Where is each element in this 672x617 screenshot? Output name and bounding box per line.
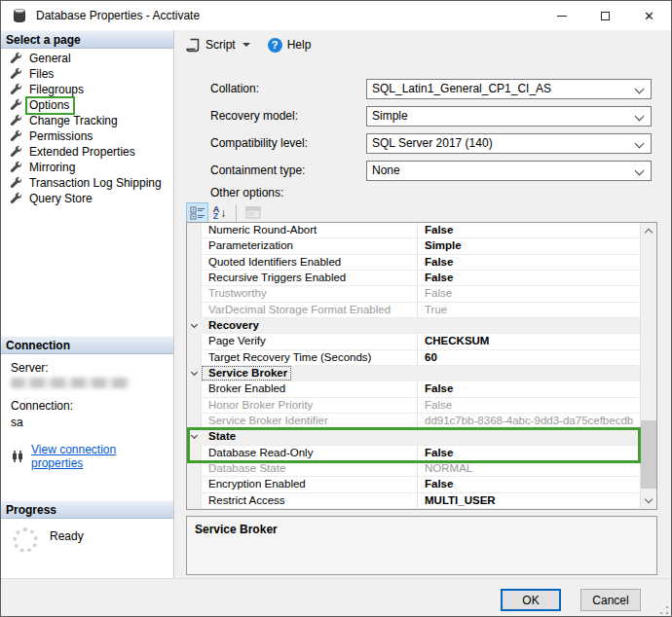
grid-row-numeric-round-abort[interactable]: Numeric Round-AbortFalse	[187, 223, 640, 238]
database-icon	[12, 8, 27, 23]
progress-status: Ready	[50, 529, 84, 543]
grid-row-target-recovery-time-seconds[interactable]: Target Recovery Time (Seconds)60	[187, 350, 640, 366]
compatibility-level-dropdown[interactable]: SQL Server 2017 (140)	[366, 133, 652, 154]
scroll-down-arrow-icon[interactable]	[641, 492, 656, 509]
wrench-icon	[10, 53, 22, 65]
connection-panel: Server: Connection: sa View connection p…	[1, 355, 173, 470]
sidebar-item-label: Query Store	[27, 192, 94, 205]
wrench-icon	[10, 146, 22, 159]
property-value[interactable]: False	[418, 223, 640, 237]
recovery-model-dropdown[interactable]: Simple	[366, 106, 652, 127]
grid-row-service-broker-identifier[interactable]: Service Broker Identifierdd91c7bb-8368-4…	[187, 414, 640, 429]
help-button[interactable]: ? Help	[262, 33, 317, 56]
sidebar-item-label: Extended Properties	[27, 145, 137, 159]
grid-row-restrict-access[interactable]: Restrict AccessMULTI_USER	[187, 493, 640, 509]
property-value[interactable]: Simple	[418, 238, 640, 253]
minimize-icon	[557, 16, 567, 17]
property-name: Parameterization	[202, 238, 418, 253]
grid-rows: Numeric Round-AbortFalseParameterization…	[187, 223, 640, 509]
chevron-down-icon	[635, 166, 645, 176]
resize-grip[interactable]	[660, 606, 668, 614]
row-gutter	[187, 271, 202, 285]
sidebar-item-extended-properties[interactable]: Extended Properties	[1, 144, 173, 160]
property-value[interactable]: False	[418, 381, 640, 396]
sidebar-item-permissions[interactable]: Permissions	[1, 128, 173, 144]
page-list: GeneralFilesFilegroupsOptionsChange Trac…	[1, 51, 173, 206]
grid-category-state[interactable]: State	[187, 429, 640, 445]
property-name: Service Broker Identifier	[202, 414, 418, 428]
grid-category-recovery[interactable]: Recovery	[187, 318, 640, 334]
property-value[interactable]: 60	[418, 350, 640, 365]
sidebar-item-general[interactable]: General	[1, 51, 173, 66]
property-value[interactable]: False	[418, 446, 640, 460]
sidebar-item-mirroring[interactable]: Mirroring	[1, 160, 173, 175]
containment-type-dropdown[interactable]: None	[366, 161, 652, 181]
sidebar-item-files[interactable]: Files	[1, 66, 173, 82]
property-name: Database Read-Only	[202, 446, 418, 460]
property-value[interactable]: CHECKSUM	[418, 334, 640, 348]
form-row-collation: Collation:SQL_Latin1_General_CP1_CI_AS	[174, 79, 672, 100]
chevron-down-icon	[191, 369, 198, 376]
sidebar-item-change-tracking[interactable]: Change Tracking	[1, 113, 173, 128]
sidebar-item-options[interactable]: Options	[1, 97, 173, 113]
dropdown-value: Simple	[372, 109, 408, 123]
field-label: Containment type:	[210, 163, 305, 177]
field-label: Recovery model:	[210, 109, 298, 123]
collation-dropdown[interactable]: SQL_Latin1_General_CP1_CI_AS	[366, 79, 652, 99]
grid-category-service-broker[interactable]: Service Broker	[187, 366, 640, 381]
sidebar-item-query-store[interactable]: Query Store	[1, 191, 173, 206]
sidebar-item-label: General	[27, 52, 73, 65]
grid-row-recursive-triggers-enabled[interactable]: Recursive Triggers EnabledFalse	[187, 271, 640, 286]
grid-scrollbar[interactable]	[640, 223, 656, 509]
grid-row-broker-enabled[interactable]: Broker EnabledFalse	[187, 381, 640, 397]
grid-row-page-verify[interactable]: Page VerifyCHECKSUM	[187, 334, 640, 349]
property-value[interactable]: False	[418, 255, 640, 270]
grid-row-vardecimal-storage-format-enabled[interactable]: VarDecimal Storage Format EnabledTrue	[187, 303, 640, 318]
script-button[interactable]: Script	[180, 33, 256, 56]
grid-row-encryption-enabled[interactable]: Encryption EnabledFalse	[187, 477, 640, 492]
ok-button[interactable]: OK	[501, 589, 561, 611]
close-button[interactable]: ✕	[627, 1, 671, 30]
sidebar-item-transaction-log-shipping[interactable]: Transaction Log Shipping	[1, 175, 173, 191]
grid-row-parameterization[interactable]: ParameterizationSimple	[187, 238, 640, 254]
database-properties-window: Database Properties - Acctivate ✕ Select…	[0, 0, 672, 617]
dropdown-value: SQL Server 2017 (140)	[372, 136, 493, 150]
row-gutter	[187, 398, 202, 413]
row-gutter	[187, 255, 202, 270]
property-name: Recursive Triggers Enabled	[202, 271, 418, 285]
property-name: Trustworthy	[202, 286, 418, 301]
connection-header: Connection	[1, 336, 173, 354]
category-name: State	[202, 429, 240, 444]
scrollbar-thumb[interactable]	[641, 420, 656, 489]
chevron-down-icon	[243, 43, 250, 47]
wrench-icon	[10, 130, 22, 143]
property-pages-icon	[245, 206, 261, 220]
collapse-gutter[interactable]	[187, 318, 202, 333]
grid-row-database-state[interactable]: Database StateNORMAL	[187, 461, 640, 477]
property-value[interactable]: False	[418, 271, 640, 285]
scroll-up-arrow-icon[interactable]	[641, 223, 656, 239]
connection-label: Connection:	[11, 399, 168, 413]
grid-row-trustworthy[interactable]: TrustworthyFalse	[187, 286, 640, 302]
collapse-gutter[interactable]	[187, 366, 202, 381]
help-button-label: Help	[287, 38, 312, 52]
maximize-button[interactable]	[583, 1, 627, 30]
sidebar: Select a page GeneralFilesFilegroupsOpti…	[1, 30, 174, 578]
view-connection-properties-link[interactable]: View connection properties	[31, 443, 168, 470]
close-icon: ✕	[644, 10, 654, 22]
row-gutter	[187, 334, 202, 348]
cancel-button[interactable]: Cancel	[580, 589, 641, 611]
minimize-button[interactable]	[540, 1, 583, 30]
row-gutter	[187, 414, 202, 428]
chevron-down-icon	[635, 112, 645, 122]
grid-row-honor-broker-priority[interactable]: Honor Broker PriorityFalse	[187, 398, 640, 414]
property-name: Quoted Identifiers Enabled	[202, 255, 418, 270]
property-value[interactable]: MULTI_USER	[418, 493, 640, 508]
property-value[interactable]: False	[418, 477, 640, 491]
server-name-redacted	[11, 378, 130, 388]
wrench-icon	[10, 177, 22, 190]
grid-row-database-read-only[interactable]: Database Read-OnlyFalse	[187, 446, 640, 461]
wrench-icon	[10, 162, 22, 174]
collapse-gutter[interactable]	[187, 429, 202, 444]
grid-row-quoted-identifiers-enabled[interactable]: Quoted Identifiers EnabledFalse	[187, 255, 640, 271]
